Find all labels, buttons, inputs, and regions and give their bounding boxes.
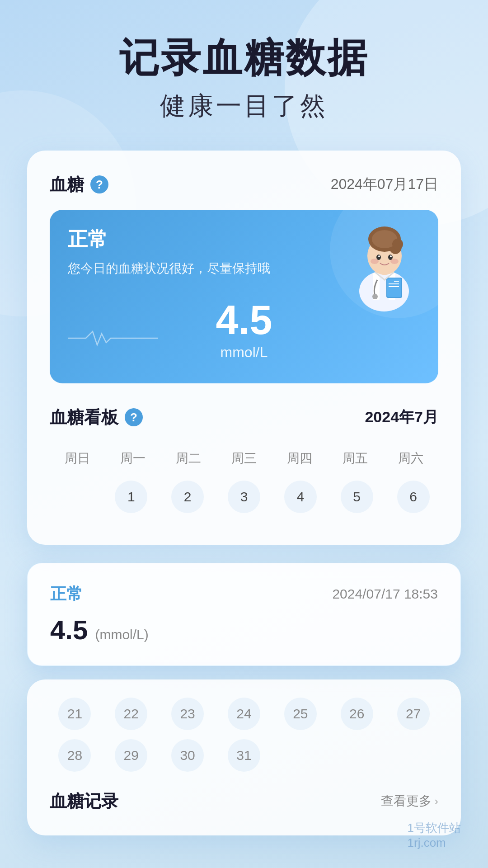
record-value-group: 4.5 (mmol/L)	[50, 614, 438, 646]
weekday-tue: 周二	[161, 445, 216, 472]
record-glucose-unit: (mmol/L)	[95, 627, 148, 642]
svg-point-17	[378, 255, 380, 257]
week-headers: 周日 周一 周二 周三 周四 周五 周六	[50, 445, 438, 472]
see-more-arrow-icon: ›	[434, 794, 438, 808]
svg-point-16	[388, 255, 393, 260]
first-week-row: 1 2 3 4 5 6	[50, 481, 438, 513]
board-help-icon[interactable]: ?	[125, 408, 143, 426]
svg-point-20	[390, 259, 399, 264]
board-title: 血糖看板	[50, 406, 118, 429]
board-section: 血糖看板 ? 2024年7月 周日 周一 周二 周三 周四 周五 周六 1 2	[50, 406, 438, 513]
record-glucose-value: 4.5	[50, 614, 88, 646]
board-header: 血糖看板 ? 2024年7月	[50, 406, 438, 429]
week-28-31: 28 29 30 31	[50, 739, 438, 772]
card-title: 血糖	[50, 173, 84, 196]
footer-title: 血糖记录	[50, 790, 118, 813]
board-title-group: 血糖看板 ?	[50, 406, 143, 429]
status-banner: 正常 您今日的血糖状况很好，尽量保持哦	[50, 210, 438, 383]
hero-section: 记录血糖数据 健康一目了然	[27, 36, 461, 123]
day-empty-end2	[332, 739, 382, 772]
svg-point-15	[376, 255, 381, 260]
card-header: 血糖 ? 2024年07月17日	[50, 173, 438, 196]
help-icon[interactable]: ?	[90, 175, 108, 193]
day-3[interactable]: 3	[219, 481, 269, 513]
day-21[interactable]: 21	[50, 698, 100, 730]
hero-subtitle: 健康一目了然	[27, 89, 461, 123]
day-23[interactable]: 23	[163, 698, 213, 730]
main-card: 血糖 ? 2024年07月17日 正常 您今日的血糖状况很好，尽量保持哦	[27, 151, 461, 545]
day-empty-0	[50, 481, 100, 513]
board-month: 2024年7月	[365, 407, 438, 428]
svg-point-3	[372, 294, 378, 299]
record-status: 正常	[50, 583, 83, 605]
card-date: 2024年07月17日	[331, 175, 438, 194]
day-empty-end3	[388, 739, 438, 772]
week-21-27: 21 22 23 24 25 26 27	[50, 698, 438, 730]
day-31[interactable]: 31	[219, 739, 269, 772]
see-more-link[interactable]: 查看更多 ›	[381, 793, 438, 810]
svg-point-18	[390, 255, 392, 257]
weekday-mon: 周一	[105, 445, 161, 472]
day-6[interactable]: 6	[388, 481, 438, 513]
weekday-thu: 周四	[272, 445, 327, 472]
weekday-sun: 周日	[50, 445, 105, 472]
day-4[interactable]: 4	[275, 481, 325, 513]
day-28[interactable]: 28	[50, 739, 100, 772]
day-empty-end1	[275, 739, 325, 772]
day-1[interactable]: 1	[106, 481, 156, 513]
watermark: 1号软件站 1rj.com	[408, 820, 461, 850]
heartbeat-icon	[68, 329, 158, 347]
see-more-label: 查看更多	[381, 793, 432, 810]
day-2[interactable]: 2	[163, 481, 213, 513]
day-26[interactable]: 26	[332, 698, 382, 730]
weekday-sat: 周六	[383, 445, 438, 472]
record-datetime: 2024/07/17 18:53	[332, 586, 438, 602]
weekday-fri: 周五	[327, 445, 383, 472]
doctor-avatar-icon	[339, 214, 429, 314]
day-24[interactable]: 24	[219, 698, 269, 730]
svg-point-14	[392, 239, 403, 250]
hero-title: 记录血糖数据	[27, 36, 461, 80]
record-card: 正常 2024/07/17 18:53 4.5 (mmol/L)	[27, 563, 461, 666]
svg-point-19	[371, 259, 379, 264]
section-footer: 血糖记录 查看更多 ›	[50, 790, 438, 813]
day-27[interactable]: 27	[388, 698, 438, 730]
record-header: 正常 2024/07/17 18:53	[50, 583, 438, 605]
watermark-site: 1号软件站	[408, 821, 461, 835]
day-30[interactable]: 30	[163, 739, 213, 772]
day-29[interactable]: 29	[106, 739, 156, 772]
day-25[interactable]: 25	[275, 698, 325, 730]
second-calendar-section: 21 22 23 24 25 26 27 28 29 30 31 血糖记录 查看…	[27, 679, 461, 835]
day-22[interactable]: 22	[106, 698, 156, 730]
card-title-group: 血糖 ?	[50, 173, 108, 196]
weekday-wed: 周三	[216, 445, 272, 472]
watermark-url: 1rj.com	[408, 836, 446, 849]
day-5[interactable]: 5	[332, 481, 382, 513]
